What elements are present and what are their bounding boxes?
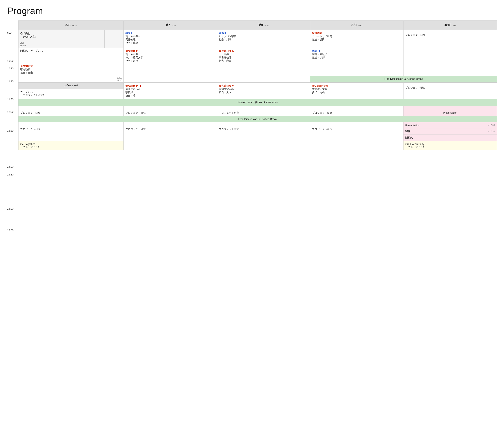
fri-project2: プロジェクト研究 xyxy=(404,83,497,99)
tue-saisen3: 最先端研究 III 最高エネルギー 宇宙線 担当：溶 xyxy=(124,83,217,99)
mon-coffee: Coffee Break xyxy=(18,83,124,89)
wed-project2: プロジェクト研究 xyxy=(217,122,310,141)
wed-project1: プロジェクト研究 xyxy=(217,106,310,116)
page-title: Program xyxy=(7,5,497,16)
time-1110: 11:10 xyxy=(7,80,13,83)
fri-project-top: プロジェクト研究 xyxy=(404,30,497,76)
free-disc-2: Free Discussion ＆ Coffee Break xyxy=(18,116,497,122)
mon-opening: 開校式・ガイダンス 最先端研究 I 暗黒物質 担当：森山 xyxy=(18,48,124,76)
wed-kogi2: 講義 II ビッグバン宇宙 担当：川崎 xyxy=(217,30,310,48)
mon-get-together: Get Together! （グループごと） xyxy=(18,141,124,150)
tue-empty-19 xyxy=(124,141,217,150)
fri-presentation2: Presentation ～17:00 xyxy=(404,122,497,129)
thu-project1: プロジェクト研究 xyxy=(310,106,404,116)
thu-tokubetsu: 特別講義 ニュートリノ研究 担当：梶田 xyxy=(310,30,404,48)
tue-project2: プロジェクト研究 xyxy=(124,122,217,141)
thu-empty-19 xyxy=(310,141,404,150)
time-1800: 18:00 xyxy=(7,207,13,210)
time-1500: 15:00 xyxy=(7,165,13,168)
header-fri: 3/10 FRI xyxy=(404,21,497,30)
free-disc-1: Free Discussion ＆ Coffee Break xyxy=(310,76,497,83)
fri-presentation1: Presentation xyxy=(404,106,497,116)
header-thu: 3/9 THU xyxy=(310,21,404,30)
thu-project2: プロジェクト研究 xyxy=(310,122,404,141)
tue-project1: プロジェクト研究 xyxy=(124,106,217,116)
power-lunch: Power Lunch (Free Discussion) xyxy=(18,99,497,106)
time-sub-col xyxy=(104,30,124,34)
wed-saisen4: 最先端研究 IV ガンマ線・ 宇宙線物理 担当：瀧田 xyxy=(217,48,310,83)
time-1330: 13:30 xyxy=(7,129,13,132)
break-spacer xyxy=(104,34,124,48)
time-940: 9:40 xyxy=(7,32,12,35)
mon-guidance: ガイダンス （プロジェクト研究） xyxy=(18,89,124,99)
thu-kogi3: 講義 III 宇宙・素粒子 担当：伊部 xyxy=(310,48,404,76)
fri-heikoshiki: 閉校式 xyxy=(404,135,497,141)
header-wed: 3/8 WED xyxy=(217,21,310,30)
time-1200: 12:00 xyxy=(7,111,13,113)
time-1020: 10:20 xyxy=(7,67,13,70)
header-mon: 3/6 MON xyxy=(18,21,124,30)
time-1130: 11:30 xyxy=(7,98,13,101)
wed-saisen5: 最先端研究 V 観測的宇宙論 担当：大内 xyxy=(217,83,310,99)
wed-empty-19 xyxy=(217,141,310,150)
time-labels: 9:40 10:00 10:20 11:10 11:30 12:00 13:30… xyxy=(7,20,18,245)
tue-saisen2: 最先端研究 II 高エネルギー ガンマ線天文学 担当：吉越 xyxy=(124,48,217,83)
mon-reception: 会場受付 （Zoom 入室） 9:50 10:00 xyxy=(18,30,105,48)
time-1000: 10:00 xyxy=(7,59,13,62)
tue-kogi1: 講義 I 高エネルギー 天体物理 担当：浅野 xyxy=(124,30,217,48)
mon-project1: プロジェクト研究 xyxy=(18,106,124,116)
fri-shinsa: 審査 ～17:30 xyxy=(404,129,497,135)
fri-graduation: Graduation Party （グループごと） xyxy=(404,141,497,150)
mon-project2: プロジェクト研究 xyxy=(18,122,124,141)
thu-saisen6: 最先端研究 VI 重力波天文学 担当：内山 xyxy=(310,83,404,99)
mon-research-end: 10:5011:10 xyxy=(18,76,124,83)
time-1530: 15:30 xyxy=(7,173,13,176)
time-1900: 19:00 xyxy=(7,229,13,232)
header-tue: 3/7 TUE xyxy=(124,21,217,30)
